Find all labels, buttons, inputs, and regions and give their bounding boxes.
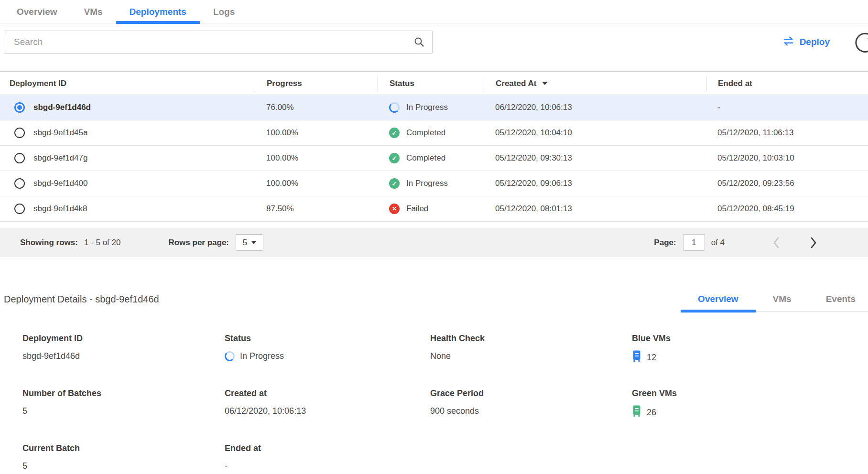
field-ended-at: Ended at - <box>225 443 430 472</box>
created-at-cell: 06/12/2020, 10:06:13 <box>484 103 706 112</box>
green-vm-server-icon <box>632 405 641 420</box>
row-radio[interactable] <box>14 153 25 163</box>
deployment-id: sbgd-9ef1d4k8 <box>33 204 87 214</box>
field-health-check: Health Check None <box>430 334 632 365</box>
created-at-cell: 05/12/2020, 09:06:13 <box>484 179 706 188</box>
details-tab-vms[interactable]: VMs <box>756 287 809 311</box>
in-progress-spinner-icon <box>225 351 235 361</box>
row-radio[interactable] <box>14 178 25 189</box>
deployment-details-title: Deployment Details - sbgd-9ef1d46d <box>0 287 159 312</box>
field-green-vms: Green VMs 26 <box>632 388 868 420</box>
table-header: Deployment ID Progress Status Created At… <box>0 71 868 95</box>
ended-at-cell: 05/12/2020, 11:06:13 <box>706 128 868 138</box>
field-grace-period: Grace Period 900 seconds <box>430 388 632 420</box>
ended-at-cell: 05/12/2020, 10:03:10 <box>706 153 868 163</box>
tab-deployments[interactable]: Deployments <box>116 0 200 23</box>
column-header-deployment-id: Deployment ID <box>0 76 255 91</box>
row-radio-selected[interactable] <box>14 102 25 113</box>
in-progress-spinner-icon <box>389 102 400 113</box>
deployment-id: sbgd-9ef1d47g <box>33 153 87 163</box>
deploy-button[interactable]: Deploy <box>780 36 833 49</box>
table-row[interactable]: sbgd-9ef1d45a 100.00% Completed 05/12/20… <box>0 120 868 146</box>
row-radio[interactable] <box>14 204 25 214</box>
field-blue-vms: Blue VMs 12 <box>632 334 868 365</box>
rows-per-page-select[interactable]: 5 <box>236 234 263 251</box>
progress-cell: 100.00% <box>255 153 378 163</box>
tab-label: Deployments <box>130 7 186 17</box>
status-label: Failed <box>406 204 428 214</box>
pagination: Page: of 4 <box>654 234 817 251</box>
table-row[interactable]: sbgd-9ef1d47g 100.00% Completed 05/12/20… <box>0 146 868 171</box>
field-current-batch: Current Batch 5 <box>22 443 225 472</box>
refresh-icon[interactable] <box>855 32 868 53</box>
check-circle-icon <box>389 153 400 163</box>
tab-label: VMs <box>84 7 103 17</box>
status-label: Completed <box>406 128 445 138</box>
progress-cell: 76.00% <box>255 103 378 112</box>
sort-descending-icon <box>542 82 548 85</box>
showing-rows-label: Showing rows: <box>20 238 78 248</box>
table-row[interactable]: sbgd-9ef1d46d 76.00% In Progress 06/12/2… <box>0 95 868 120</box>
details-tab-events[interactable]: Events <box>809 287 868 311</box>
deployment-id: sbgd-9ef1d45a <box>33 128 87 138</box>
table-row[interactable]: sbgd-9ef1d4k8 87.50% Failed 05/12/2020, … <box>0 196 868 222</box>
tab-label: Logs <box>213 7 235 17</box>
deploy-label: Deploy <box>800 37 830 47</box>
deployment-id: sbgd-9ef1d400 <box>33 179 87 188</box>
created-at-cell: 05/12/2020, 08:01:13 <box>484 204 706 214</box>
deployment-details-grid: Deployment ID sbgd-9ef1d46d Status In Pr… <box>0 334 868 472</box>
showing-rows-value: 1 - 5 of 20 <box>84 238 121 248</box>
tab-logs[interactable]: Logs <box>200 0 248 23</box>
column-header-created-at[interactable]: Created At <box>484 76 706 91</box>
search-box <box>4 31 433 54</box>
ended-at-cell: 05/12/2020, 08:45:19 <box>706 204 868 214</box>
next-page-button[interactable] <box>810 237 817 249</box>
created-at-cell: 05/12/2020, 10:04:10 <box>484 128 706 138</box>
x-circle-icon <box>389 204 400 214</box>
blue-vm-server-icon <box>632 350 641 365</box>
row-radio[interactable] <box>14 128 25 138</box>
search-input[interactable] <box>4 31 433 54</box>
progress-cell: 87.50% <box>255 204 378 214</box>
page-total: of 4 <box>711 238 725 248</box>
chevron-down-icon <box>251 241 256 244</box>
deployments-table: Deployment ID Progress Status Created At… <box>0 71 868 257</box>
status-label: In Progress <box>406 103 448 112</box>
search-icon <box>413 36 425 50</box>
table-row[interactable]: sbgd-9ef1d400 100.00% In Progress 05/12/… <box>0 171 868 196</box>
page-label: Page: <box>654 238 676 248</box>
deployment-details-header: Deployment Details - sbgd-9ef1d46d Overv… <box>0 287 868 312</box>
top-tab-bar: Overview VMs Deployments Logs <box>0 0 868 23</box>
field-created-at: Created at 06/12/2020, 10:06:13 <box>225 388 430 420</box>
rows-per-page-value: 5 <box>243 238 247 248</box>
toolbar: Deploy <box>0 31 868 54</box>
field-status: Status In Progress <box>225 334 430 365</box>
details-tab-bar: Overview VMs Events <box>681 287 868 312</box>
column-header-ended-at: Ended at <box>706 76 868 91</box>
tab-overview[interactable]: Overview <box>3 0 71 23</box>
deploy-swap-arrows-icon <box>782 36 794 48</box>
created-at-cell: 05/12/2020, 09:30:13 <box>484 153 706 163</box>
column-header-progress: Progress <box>255 76 378 91</box>
column-header-status: Status <box>378 76 484 91</box>
rows-per-page-group: Rows per page: 5 <box>168 234 263 251</box>
previous-page-button[interactable] <box>772 237 780 249</box>
tab-vms[interactable]: VMs <box>71 0 116 23</box>
progress-cell: 100.00% <box>255 128 378 138</box>
details-tab-overview[interactable]: Overview <box>681 287 756 311</box>
page-number-input[interactable] <box>683 234 705 251</box>
deployment-id: sbgd-9ef1d46d <box>33 103 91 112</box>
table-footer: Showing rows: 1 - 5 of 20 Rows per page:… <box>0 228 868 257</box>
ended-at-cell: - <box>706 103 868 112</box>
field-number-of-batches: Number of Batches 5 <box>22 388 225 420</box>
check-circle-icon <box>389 128 400 138</box>
tab-label: Overview <box>17 7 57 17</box>
field-deployment-id: Deployment ID sbgd-9ef1d46d <box>22 334 225 365</box>
rows-per-page-label: Rows per page: <box>168 238 229 248</box>
check-circle-icon <box>389 178 400 189</box>
status-label: Completed <box>406 153 445 163</box>
status-label: In Progress <box>406 179 448 188</box>
progress-cell: 100.00% <box>255 179 378 188</box>
ended-at-cell: 05/12/2020, 09:23:56 <box>706 179 868 188</box>
